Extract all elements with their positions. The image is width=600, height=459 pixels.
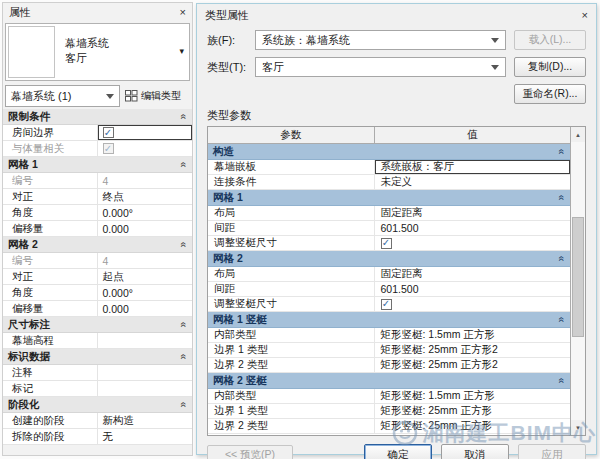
property-value[interactable]: 4	[98, 173, 193, 188]
revit-workspace: 属性 × 幕墙系统 客厅 ▾ 幕墙系统 (1)	[0, 0, 600, 459]
scrollbar-thumb[interactable]	[572, 217, 584, 337]
collapse-icon[interactable]: «	[179, 114, 190, 120]
chevron-down-icon	[491, 65, 499, 70]
dialog-title: 类型属性	[205, 8, 249, 23]
property-row: 偏移量0.000	[3, 301, 192, 317]
load-button[interactable]: 载入(L)...	[514, 30, 586, 50]
collapse-icon[interactable]: «	[179, 162, 190, 168]
type-selector[interactable]: 幕墙系统 客厅 ▾	[5, 23, 190, 81]
edit-type-button-label: 编辑类型	[141, 89, 181, 103]
property-label: 编号	[3, 253, 98, 268]
checkbox[interactable]: ✓	[381, 299, 392, 310]
preview-button[interactable]: << 预览(P)	[207, 445, 293, 459]
selection-row: 幕墙系统 (1) 编辑类型	[5, 85, 190, 107]
collapse-icon[interactable]: «	[557, 378, 568, 384]
property-label: 拆除的阶段	[3, 429, 98, 444]
property-value[interactable]: 固定距离	[375, 267, 570, 281]
family-combo[interactable]: 系统族：幕墙系统	[255, 30, 506, 50]
collapse-icon[interactable]: «	[179, 242, 190, 248]
property-row: 调整竖梃尺寸✓	[208, 236, 570, 251]
checkbox[interactable]: ✓	[103, 127, 114, 138]
chevron-down-icon[interactable]: ▾	[179, 46, 184, 56]
checkbox[interactable]: ✓	[381, 238, 392, 249]
instance-properties-list: 限制条件«房间边界✓与体量相关✓网格 1«编号4对正终点角度0.000°偏移量0…	[3, 109, 192, 445]
property-row: 对正起点	[3, 269, 192, 285]
property-value[interactable]: 0.000°	[98, 205, 193, 220]
property-value[interactable]: 固定距离	[375, 206, 570, 220]
scroll-up-icon[interactable]: ▲	[571, 127, 585, 142]
section-header[interactable]: 尺寸标注«	[3, 317, 192, 333]
property-value[interactable]: 0.000	[98, 301, 193, 316]
property-value[interactable]: 起点	[98, 269, 193, 284]
property-value[interactable]: 矩形竖梃: 25mm 正方形2	[375, 343, 570, 357]
type-combo[interactable]: 客厅	[255, 57, 506, 77]
property-value[interactable]: 0.000°	[98, 285, 193, 300]
property-value[interactable]: 601.500	[375, 221, 570, 235]
section-header[interactable]: 限制条件«	[3, 109, 192, 125]
scroll-down-icon[interactable]: ▼	[571, 420, 585, 435]
close-icon[interactable]: ×	[180, 7, 186, 18]
property-value[interactable]: ✓	[375, 236, 570, 250]
property-label: 调整竖梃尺寸	[208, 236, 375, 250]
cancel-button[interactable]: 取消	[441, 444, 509, 459]
section-header[interactable]: 网格 2 竖梃«	[208, 373, 570, 389]
collapse-icon[interactable]: «	[557, 317, 568, 323]
property-value[interactable]	[98, 381, 193, 396]
section-header[interactable]: 网格 1 竖梃«	[208, 312, 570, 328]
section-header[interactable]: 网格 1«	[3, 157, 192, 173]
property-value[interactable]	[98, 365, 193, 380]
rename-button[interactable]: 重命名(R)...	[514, 84, 586, 104]
property-label: 偏移量	[3, 301, 98, 316]
value-column-header: 值	[375, 127, 570, 143]
collapse-icon[interactable]: «	[557, 149, 568, 155]
property-row: 编号4	[3, 253, 192, 269]
property-value[interactable]: 系统嵌板：客厅	[375, 160, 570, 174]
property-label: 偏移量	[3, 221, 98, 236]
collapse-icon[interactable]: «	[557, 195, 568, 201]
property-value[interactable]: 4	[98, 253, 193, 268]
property-label: 边界 2 类型	[208, 358, 375, 372]
section-header[interactable]: 阶段化«	[3, 397, 192, 413]
close-icon[interactable]: ×	[582, 10, 588, 21]
scrollbar-track[interactable]	[571, 142, 585, 420]
collapse-icon[interactable]: «	[557, 256, 568, 262]
property-value[interactable]: 终点	[98, 189, 193, 204]
property-value[interactable]	[98, 333, 193, 348]
section-header[interactable]: 构造«	[208, 144, 570, 160]
apply-button[interactable]: 应用	[518, 444, 586, 459]
property-label: 编号	[3, 173, 98, 188]
section-header[interactable]: 网格 2«	[208, 251, 570, 267]
edit-type-button[interactable]: 编辑类型	[124, 85, 190, 107]
property-row: 幕墙高程	[3, 333, 192, 349]
property-value[interactable]: ✓	[98, 125, 193, 140]
property-row: 边界 1 类型矩形竖梃: 25mm 正方形	[208, 404, 570, 419]
property-value[interactable]: 矩形竖梃: 25mm 正方形	[375, 404, 570, 418]
property-value[interactable]: 矩形竖梃: 1.5mm 正方形	[375, 328, 570, 342]
property-value[interactable]: 0.000	[98, 221, 193, 236]
property-value[interactable]: ✓	[98, 141, 193, 156]
property-value[interactable]: 未定义	[375, 175, 570, 189]
property-value[interactable]: 矩形竖梃: 25mm 正方形	[375, 419, 570, 433]
selection-filter-combo[interactable]: 幕墙系统 (1)	[5, 85, 120, 107]
section-header-label: 网格 2	[213, 252, 243, 266]
collapse-icon[interactable]: «	[179, 322, 190, 328]
duplicate-button[interactable]: 复制(D)...	[514, 57, 586, 77]
property-row: 标记	[3, 381, 192, 397]
ok-button[interactable]: 确定	[364, 444, 432, 459]
type-label: 类型(T):	[207, 60, 255, 75]
table-scrollbar[interactable]: ▲ ▼	[570, 127, 585, 435]
property-value[interactable]: 无	[98, 429, 193, 444]
section-header[interactable]: 网格 2«	[3, 237, 192, 253]
property-row: 编号4	[3, 173, 192, 189]
section-header[interactable]: 网格 1«	[208, 190, 570, 206]
property-value[interactable]: 新构造	[98, 413, 193, 428]
table-main: 参数 值 构造«幕墙嵌板系统嵌板：客厅连接条件未定义网格 1«布局固定距离间距6…	[208, 127, 570, 435]
property-value[interactable]: 601.500	[375, 282, 570, 296]
property-value[interactable]: 矩形竖梃: 25mm 正方形2	[375, 358, 570, 372]
table-header: 参数 值	[208, 127, 570, 144]
section-header[interactable]: 标识数据«	[3, 349, 192, 365]
property-value[interactable]: 矩形竖梃: 1.5mm 正方形	[375, 389, 570, 403]
property-value[interactable]: ✓	[375, 297, 570, 311]
collapse-icon[interactable]: «	[179, 402, 190, 408]
collapse-icon[interactable]: «	[179, 354, 190, 360]
